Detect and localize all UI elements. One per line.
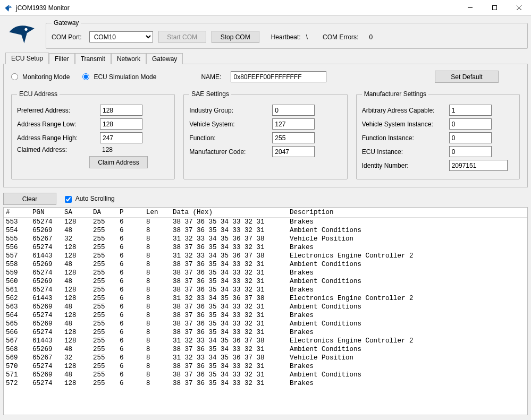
auto-scrolling-label: Auto Scrolling	[75, 195, 115, 202]
sae-settings-group: SAE Settings Industry Group: Vehicle Sys…	[183, 90, 347, 179]
log-col-7[interactable]: Description	[288, 208, 527, 218]
table-row[interactable]: 56965267322556831 32 33 34 35 36 37 38Ve…	[4, 354, 527, 362]
table-row[interactable]: 557614431282556831 32 33 34 35 36 37 38E…	[4, 252, 527, 260]
log-col-5[interactable]: Len	[144, 208, 171, 218]
table-row[interactable]: 559652741282556838 37 36 35 34 33 32 31B…	[4, 269, 527, 277]
ident-num-field[interactable]	[449, 160, 508, 171]
sae-settings-group-label: SAE Settings	[189, 90, 231, 98]
mfg-code-label: Manufacturer Code:	[189, 148, 269, 156]
industry-group-label: Industry Group:	[189, 107, 269, 114]
start-com-button[interactable]: Start COM	[158, 31, 206, 43]
tab-gateway[interactable]: Gateway	[146, 53, 183, 64]
ecu-address-group: ECU Address Preferred Address: Address R…	[11, 90, 175, 179]
tab-transmit[interactable]: Transmit	[75, 53, 111, 64]
function-field[interactable]	[272, 132, 315, 143]
preferred-address-label: Preferred Address:	[17, 107, 97, 114]
table-row[interactable]: 56565269482556838 37 36 35 34 33 32 31Am…	[4, 320, 527, 328]
comerrors-value: 0	[369, 33, 373, 41]
tab-ecu-setup[interactable]: ECU Setup	[5, 53, 49, 64]
log-col-3[interactable]: DA	[91, 208, 117, 218]
table-row[interactable]: 56865269482556838 37 36 35 34 33 32 31Am…	[4, 345, 527, 354]
mfg-code-field[interactable]	[272, 146, 315, 157]
auto-scrolling-checkbox[interactable]: Auto Scrolling	[65, 195, 115, 202]
stop-com-button[interactable]: Stop COM	[212, 31, 259, 43]
clear-log-button[interactable]: Clear	[3, 193, 56, 205]
monitoring-mode-label: Monitoring Mode	[22, 73, 70, 81]
product-logo	[3, 19, 41, 49]
svg-point-5	[24, 28, 27, 31]
range-low-label: Address Range Low:	[17, 121, 97, 128]
table-row[interactable]: 572652741282556838 37 36 35 34 33 32 31B…	[4, 379, 527, 388]
heartbeat-label: Heartbeat:	[271, 33, 301, 41]
table-row[interactable]: 56065269482556838 37 36 35 34 33 32 31Am…	[4, 277, 527, 286]
table-row[interactable]: 566652741282556838 37 36 35 34 33 32 31B…	[4, 328, 527, 337]
table-row[interactable]: 56365269482556838 37 36 35 34 33 32 31Am…	[4, 303, 527, 311]
table-row[interactable]: 55565267322556831 32 33 34 35 36 37 38Ve…	[4, 235, 527, 243]
ecu-inst-label: ECU Instance:	[362, 148, 446, 156]
tab-filter[interactable]: Filter	[49, 53, 75, 64]
maximize-button[interactable]	[482, 0, 507, 15]
table-row[interactable]: 55865269482556838 37 36 35 34 33 32 31Am…	[4, 260, 527, 269]
table-row[interactable]: 561652741282556838 37 36 35 34 33 32 31B…	[4, 286, 527, 294]
gateway-group: Gateway COM Port: COM10 Start COM Stop C…	[46, 19, 528, 49]
comport-label: COM Port:	[52, 33, 82, 41]
log-table: #PGNSADAPLenData (Hex)Description 553652…	[4, 208, 527, 388]
veh-sys-inst-field[interactable]	[449, 118, 492, 130]
client-area: Gateway COM Port: COM10 Start COM Stop C…	[0, 16, 531, 420]
vehicle-system-field[interactable]	[272, 118, 315, 130]
monitoring-mode-radio[interactable]: Monitoring Mode	[11, 73, 70, 81]
manufacturer-settings-group-label: Manufacturer Settings	[362, 90, 428, 98]
simulation-mode-label: ECU Simulation Mode	[94, 73, 156, 81]
table-row[interactable]: 553652741282556838 37 36 35 34 33 32 31B…	[4, 218, 527, 227]
table-row[interactable]: 55465269482556838 37 36 35 34 33 32 31Am…	[4, 226, 527, 235]
name-field[interactable]	[231, 71, 326, 82]
log-col-4[interactable]: P	[117, 208, 144, 218]
table-row[interactable]: 570652741282556838 37 36 35 34 33 32 31B…	[4, 362, 527, 371]
comport-select[interactable]: COM10	[89, 31, 153, 42]
set-default-button[interactable]: Set Default	[435, 71, 499, 83]
range-high-field[interactable]	[100, 132, 142, 143]
heartbeat-value: \	[306, 33, 308, 41]
log-col-0[interactable]: #	[4, 208, 30, 218]
claim-address-button[interactable]: Claim Address	[89, 156, 148, 168]
ecu-address-group-label: ECU Address	[17, 90, 60, 98]
arb-addr-label: Arbitrary Adress Capable:	[362, 107, 446, 114]
app-icon	[4, 4, 13, 12]
arb-addr-field[interactable]	[449, 105, 492, 116]
tab-network[interactable]: Network	[111, 53, 146, 64]
func-inst-field[interactable]	[449, 132, 492, 143]
main-tabstrip: ECU Setup Filter Transmit Network Gatewa…	[3, 52, 528, 64]
minimize-button[interactable]	[458, 0, 482, 15]
table-row[interactable]: 57165269482556838 37 36 35 34 33 32 31Am…	[4, 371, 527, 379]
name-label: NAME:	[201, 73, 221, 81]
table-row[interactable]: 562614431282556831 32 33 34 35 36 37 38E…	[4, 294, 527, 303]
veh-sys-inst-label: Vehicle System Instance:	[362, 121, 446, 128]
range-high-label: Address Range High:	[17, 134, 97, 142]
industry-group-field[interactable]	[272, 105, 315, 116]
svg-rect-2	[492, 6, 496, 10]
table-row[interactable]: 556652741282556838 37 36 35 34 33 32 31B…	[4, 243, 527, 252]
preferred-address-field[interactable]	[100, 105, 142, 116]
manufacturer-settings-group: Manufacturer Settings Arbitrary Adress C…	[356, 90, 520, 179]
log-col-6[interactable]: Data (Hex)	[171, 208, 288, 218]
svg-point-0	[9, 6, 10, 7]
claimed-address-label: Claimed Address:	[17, 146, 97, 153]
titlebar: jCOM1939 Monitor	[0, 0, 531, 16]
simulation-mode-radio[interactable]: ECU Simulation Mode	[82, 73, 156, 81]
log-col-2[interactable]: SA	[62, 208, 91, 218]
log-table-container[interactable]: #PGNSADAPLenData (Hex)Description 553652…	[3, 207, 528, 415]
table-row[interactable]: 564652741282556838 37 36 35 34 33 32 31B…	[4, 311, 527, 320]
ident-num-label: Identity Number:	[362, 162, 446, 169]
func-inst-label: Function Instance:	[362, 134, 446, 142]
window-title: jCOM1939 Monitor	[16, 4, 458, 12]
log-col-1[interactable]: PGN	[30, 208, 62, 218]
table-row[interactable]: 567614431282556831 32 33 34 35 36 37 38E…	[4, 337, 527, 345]
close-button[interactable]	[507, 0, 531, 15]
tabpage-ecu-setup: Monitoring Mode ECU Simulation Mode NAME…	[3, 64, 528, 187]
ecu-inst-field[interactable]	[449, 146, 492, 157]
range-low-field[interactable]	[100, 118, 142, 130]
function-label: Function:	[189, 134, 269, 142]
comerrors-label: COM Errors:	[323, 33, 358, 41]
vehicle-system-label: Vehicle System:	[189, 121, 269, 128]
claimed-address-value: 128	[100, 146, 113, 153]
